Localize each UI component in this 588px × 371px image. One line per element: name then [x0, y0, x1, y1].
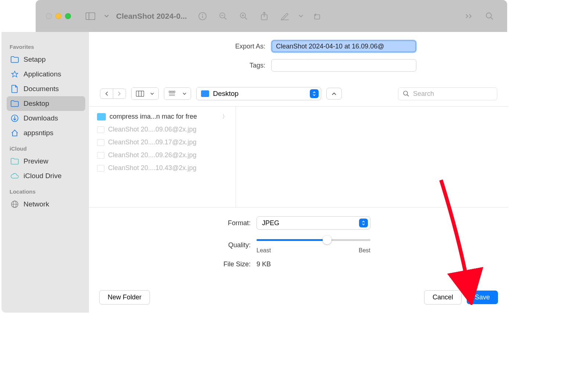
back-button[interactable] — [100, 89, 113, 98]
format-dropdown[interactable]: JPEG — [257, 216, 370, 230]
svg-line-6 — [224, 17, 226, 19]
slider-thumb[interactable] — [323, 235, 331, 244]
format-value: JPEG — [262, 219, 279, 227]
chevron-down-icon[interactable] — [103, 10, 110, 22]
folder-icon — [10, 55, 19, 64]
search-icon[interactable] — [481, 10, 498, 22]
svg-point-31 — [404, 91, 408, 95]
share-icon[interactable] — [256, 10, 272, 22]
view-columns-button[interactable] — [131, 87, 159, 100]
file-browser: compress ima...n mac for free 〉 CleanSho… — [89, 107, 508, 208]
sidebar-section-favorites: Favorites — [10, 44, 85, 50]
sidebar-item-network[interactable]: Network — [7, 197, 85, 212]
export-as-label: Export As: — [181, 43, 265, 50]
quality-least-label: Least — [257, 247, 271, 254]
nav-back-forward — [100, 89, 126, 99]
close-window-button[interactable] — [46, 13, 52, 19]
file-size-value: 9 KB — [257, 260, 271, 268]
sidebar-item-setapp[interactable]: Setapp — [7, 52, 85, 67]
search-placeholder: Search — [413, 90, 434, 98]
sidebar-section-locations: Locations — [10, 188, 85, 195]
sidebar-label: Network — [24, 200, 49, 208]
forward-button[interactable] — [113, 89, 126, 98]
sidebar-toggle-icon[interactable] — [82, 10, 98, 22]
svg-rect-26 — [169, 91, 171, 93]
globe-icon — [10, 200, 19, 209]
folder-icon — [10, 157, 19, 166]
file-row[interactable]: CleanShot 20....09.17@2x.jpg — [95, 136, 230, 149]
sidebar-item-icloud-drive[interactable]: iCloud Drive — [7, 169, 85, 183]
search-input[interactable]: Search — [398, 87, 497, 100]
folder-icon — [10, 99, 19, 108]
sidebar: Favorites Setapp Applications Documents … — [1, 32, 89, 313]
sidebar-item-documents[interactable]: Documents — [7, 82, 85, 96]
svg-rect-23 — [136, 91, 144, 97]
sidebar-label: iCloud Drive — [24, 172, 61, 180]
sidebar-label: Preview — [24, 157, 49, 165]
tags-input[interactable] — [271, 59, 416, 72]
dialog-main: Export As: Tags: Desktop — [89, 32, 508, 313]
chevron-right-icon: 〉 — [222, 114, 227, 120]
applications-icon — [10, 70, 19, 79]
chevron-down-icon[interactable] — [297, 10, 305, 22]
file-row[interactable]: CleanShot 20....09.06@2x.jpg — [95, 123, 230, 136]
format-label: Format: — [111, 219, 251, 227]
file-icon — [97, 165, 104, 172]
sidebar-item-desktop[interactable]: Desktop — [7, 96, 85, 111]
location-dropdown[interactable]: Desktop — [196, 87, 321, 100]
zoom-out-icon[interactable] — [215, 10, 231, 22]
quality-best-label: Best — [359, 247, 370, 254]
search-icon — [403, 90, 409, 97]
file-size-label: File Size: — [111, 260, 251, 268]
sidebar-item-applications[interactable]: Applications — [7, 67, 85, 82]
svg-point-3 — [202, 14, 202, 14]
file-row[interactable]: CleanShot 20....09.26@2x.jpg — [95, 149, 230, 162]
traffic-lights — [46, 13, 71, 19]
minimize-window-button[interactable] — [55, 13, 61, 19]
sidebar-label: Downloads — [24, 114, 58, 122]
download-icon — [10, 114, 19, 123]
file-column: compress ima...n mac for free 〉 CleanSho… — [89, 107, 236, 207]
format-options: Format: JPEG Quality: — [89, 208, 508, 284]
updown-arrows-icon — [310, 89, 319, 98]
sidebar-label: appsntips — [24, 129, 53, 137]
svg-line-17 — [491, 17, 493, 19]
save-button[interactable]: Save — [467, 291, 498, 304]
svg-rect-27 — [171, 91, 173, 93]
quality-slider[interactable] — [257, 236, 370, 244]
file-row[interactable]: CleanShot 20....10.43@2x.jpg — [95, 162, 230, 174]
svg-rect-28 — [173, 91, 175, 93]
updown-arrows-icon — [359, 219, 368, 227]
svg-point-16 — [486, 13, 491, 18]
cancel-button[interactable]: Cancel — [424, 290, 462, 305]
rotate-icon[interactable] — [309, 10, 325, 22]
document-icon — [10, 84, 19, 93]
filename-input[interactable] — [271, 40, 416, 53]
monitor-icon — [201, 90, 209, 97]
folder-icon — [97, 113, 106, 120]
sidebar-item-appsntips[interactable]: appsntips — [7, 126, 85, 140]
sidebar-label: Applications — [24, 70, 61, 78]
view-group-button[interactable] — [164, 87, 191, 100]
sidebar-item-downloads[interactable]: Downloads — [7, 111, 85, 126]
maximize-window-button[interactable] — [65, 13, 71, 19]
location-name: Desktop — [213, 90, 239, 98]
info-icon[interactable] — [194, 10, 211, 22]
file-icon — [97, 126, 104, 133]
new-folder-button[interactable]: New Folder — [99, 290, 150, 305]
zoom-in-icon[interactable] — [236, 10, 252, 22]
chevrons-right-icon[interactable] — [461, 10, 477, 22]
sidebar-label: Setapp — [24, 55, 46, 64]
svg-line-32 — [407, 95, 409, 96]
cloud-icon — [10, 172, 19, 180]
expand-up-button[interactable] — [326, 88, 342, 100]
sidebar-item-preview[interactable]: Preview — [7, 154, 85, 169]
folder-name: compress ima...n mac for free — [110, 113, 197, 120]
file-name: CleanShot 20....09.17@2x.jpg — [108, 138, 196, 146]
quality-label: Quality: — [111, 241, 251, 249]
folder-row[interactable]: compress ima...n mac for free 〉 — [95, 110, 230, 123]
edit-icon[interactable] — [277, 10, 293, 22]
sidebar-label: Documents — [24, 85, 59, 93]
navigation-toolbar: Desktop Search — [89, 82, 508, 107]
file-name: CleanShot 20....09.26@2x.jpg — [108, 151, 196, 159]
